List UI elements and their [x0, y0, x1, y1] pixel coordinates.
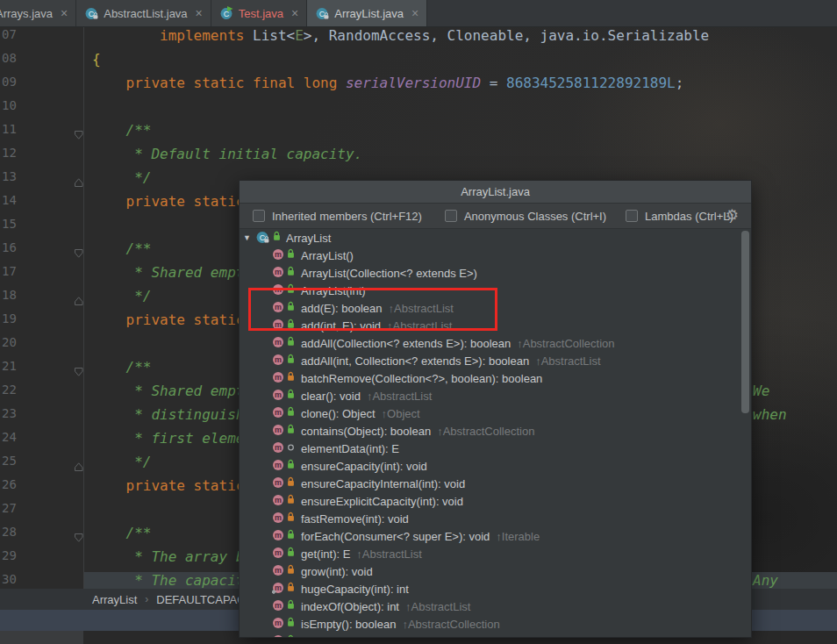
visibility-public-icon [286, 336, 296, 350]
structure-item[interactable]: mensureCapacity(int): void [272, 457, 427, 475]
code-text [92, 477, 126, 494]
filter-checkbox-3[interactable]: Lambdas (Ctrl+L) [626, 210, 733, 223]
structure-item[interactable]: mgrow(int): void [272, 562, 373, 580]
structure-item[interactable]: mArrayList() [272, 247, 354, 264]
method-icon: m [272, 476, 284, 491]
fold-start-icon[interactable] [74, 365, 84, 376]
filter-checkbox-1[interactable]: Inherited members (Ctrl+F12) [253, 210, 422, 223]
code-line: * Default initial capacity. [92, 146, 837, 169]
code-text: serialVersionUID [346, 75, 481, 91]
expand-arrow-icon[interactable]: ▼ [243, 233, 253, 242]
structure-item[interactable]: mbatchRemove(Collection<?>, boolean): bo… [272, 369, 542, 387]
structure-item[interactable]: mArrayList(Collection<? extends E>) [272, 264, 477, 282]
visibility-private-icon [286, 494, 296, 508]
visibility-public-icon [286, 617, 296, 631]
filter-checkbox-2[interactable]: Anonymous Classes (Ctrl+I) [445, 210, 606, 223]
structure-item-label: indexOf(Object): int [301, 600, 399, 613]
structure-item[interactable]: mclone(): Object↑Object [272, 404, 420, 422]
breadcrumb-item[interactable]: DEFAULTCAPACI [156, 593, 248, 606]
visibility-public-icon [286, 459, 296, 473]
method-icon: m [272, 529, 284, 544]
fold-end-icon[interactable] [74, 175, 84, 186]
fold-end-icon[interactable] [74, 294, 84, 304]
svg-text:m: m [275, 338, 282, 347]
gutter-separator [83, 27, 84, 589]
line-number: 14 [2, 193, 25, 217]
code-text [92, 311, 126, 328]
checkbox-box[interactable] [445, 210, 457, 222]
fold-start-icon[interactable] [74, 247, 84, 257]
inherited-from-label: ↑Object [382, 407, 420, 420]
line-number: 20 [2, 335, 25, 359]
structure-item[interactable]: mclear(): void↑AbstractList [272, 387, 432, 404]
inherited-from-label: ↑AbstractCollection [437, 425, 534, 438]
visibility-public-icon [286, 424, 296, 438]
structure-item-label: fastRemove(int): void [301, 512, 409, 526]
tab-label: AbstractList.java [104, 7, 187, 20]
close-tab-icon[interactable]: × [291, 7, 298, 19]
structure-item[interactable]: maddAll(int, Collection<? extends E>): b… [272, 352, 601, 369]
code-text: */ [92, 169, 151, 186]
inherited-from-label: ↑AbstractList [413, 635, 478, 639]
code-text: /** [92, 240, 151, 257]
svg-text:m: m [275, 636, 282, 638]
fold-start-icon[interactable] [74, 531, 84, 541]
structure-item-label: clone(): Object [301, 407, 376, 420]
code-text: List< [244, 27, 295, 44]
tab-abstractlist-java[interactable]: CAbstractList.java× [76, 0, 211, 26]
structure-item[interactable]: mensureExplicitCapacity(int): void [272, 492, 463, 510]
structure-item[interactable]: mensureCapacityInternal(int): void [272, 475, 465, 492]
svg-text:m: m [275, 426, 282, 434]
code-text: = [481, 75, 506, 91]
fold-end-icon[interactable] [74, 460, 84, 470]
line-number: 28 [2, 525, 25, 548]
visibility-public-icon [286, 406, 296, 420]
line-number: 22 [2, 383, 25, 406]
breadcrumb-item[interactable]: ArrayList [92, 593, 137, 606]
scrollbar-thumb[interactable] [741, 231, 749, 413]
readonly-class-icon: C [315, 6, 329, 20]
code-text: private static final long [126, 75, 346, 91]
method-icon: m [272, 617, 284, 632]
fold-start-icon[interactable] [74, 128, 84, 139]
close-tab-icon[interactable]: × [411, 7, 418, 19]
code-text: >, RandomAccess, Cloneable, java.io.Seri… [304, 27, 709, 44]
structure-item[interactable]: miterator(): Iterator<E>↑AbstractList [272, 633, 479, 638]
close-tab-icon[interactable]: × [61, 7, 68, 19]
code-line: implements List<E>, RandomAccess, Clonea… [92, 27, 837, 51]
tab-arraylist-java[interactable]: CArrayList.java× [307, 0, 427, 26]
tab-arrays-java[interactable]: Arrays.java× [0, 0, 76, 26]
code-line: /** [92, 122, 837, 146]
svg-text:m: m [275, 531, 282, 540]
visibility-public-icon [286, 599, 296, 613]
method-icon: m [272, 634, 284, 639]
checkbox-box[interactable] [253, 210, 265, 222]
checkbox-label: Anonymous Classes (Ctrl+I) [464, 210, 606, 223]
structure-item[interactable]: mfastRemove(int): void [272, 510, 409, 527]
structure-item[interactable]: mindexOf(Object): int↑AbstractList [272, 597, 470, 615]
inherited-from-label: ↑AbstractList [535, 354, 600, 368]
structure-item-label: elementData(int): E [301, 442, 399, 455]
structure-item[interactable]: maddAll(Collection<? extends E>): boolea… [272, 334, 615, 352]
structure-item[interactable]: mcontains(Object): boolean↑AbstractColle… [272, 422, 534, 440]
structure-item[interactable]: mget(int): E↑AbstractList [272, 545, 422, 562]
structure-item-label: addAll(Collection<? extends E>): boolean [301, 337, 511, 350]
tab-label: ArrayList.java [334, 7, 404, 20]
checkbox-box[interactable] [626, 210, 638, 222]
structure-item[interactable]: mforEach(Consumer<? super E>): void↑Iter… [272, 527, 540, 545]
structure-item[interactable]: melementData(int): E [272, 440, 399, 457]
structure-item[interactable]: misEmpty(): boolean↑AbstractCollection [272, 615, 500, 633]
close-tab-icon[interactable]: × [196, 7, 203, 19]
svg-text:m: m [275, 548, 282, 557]
code-line [92, 98, 837, 122]
visibility-private-icon [286, 582, 296, 596]
structure-item-label: contains(Object): boolean [301, 425, 431, 438]
tab-test-java[interactable]: CTest.java× [211, 0, 308, 26]
structure-item-class[interactable]: ▼CArrayList [243, 229, 331, 247]
visibility-public-icon [286, 529, 296, 543]
gear-icon[interactable]: ⚙ [726, 206, 739, 225]
visibility-public-icon [286, 354, 296, 368]
code-text: implements [160, 27, 244, 44]
checkbox-label: Lambdas (Ctrl+L) [645, 210, 733, 223]
structure-item[interactable]: mhugeCapacity(int): int [272, 580, 409, 597]
